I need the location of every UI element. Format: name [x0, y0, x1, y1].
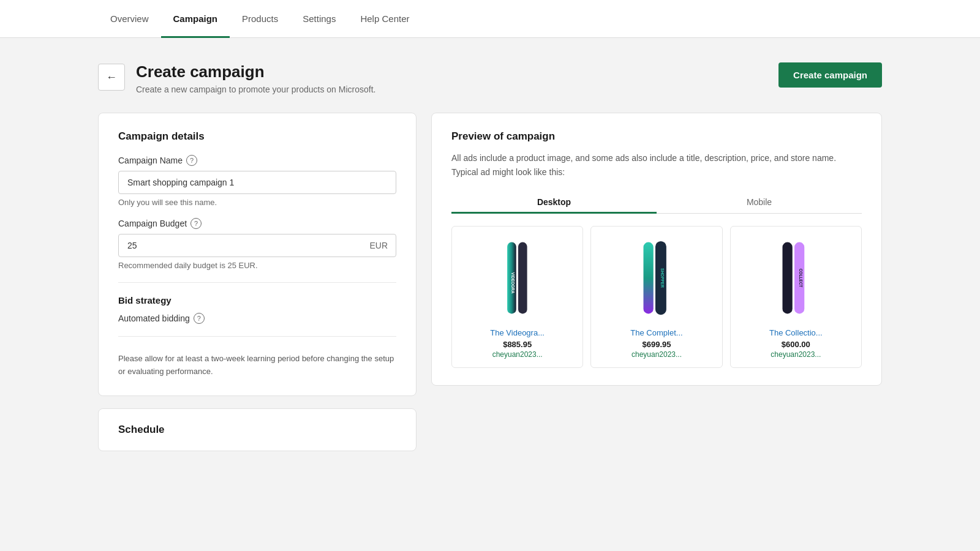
- learning-period-notice: Please allow for at least a two-week lea…: [118, 349, 396, 378]
- schedule-card: Schedule: [98, 408, 417, 451]
- campaign-budget-label: Campaign Budget ?: [118, 218, 396, 229]
- header-row: ← Create campaign Create a new campaign …: [98, 62, 882, 94]
- page-subtitle: Create a new campaign to promote your pr…: [136, 84, 375, 94]
- budget-hint: Recommended daily budget is 25 EUR.: [118, 261, 396, 270]
- bid-strategy-title: Bid strategy: [118, 295, 396, 305]
- left-column: Campaign details Campaign Name ? Only yo…: [98, 113, 417, 451]
- preview-tab-desktop[interactable]: Desktop: [451, 191, 657, 213]
- product-2-name: The Complet...: [630, 328, 682, 337]
- product-3-price: $600.00: [782, 340, 810, 349]
- nav-tab-campaign[interactable]: Campaign: [161, 0, 230, 38]
- product-1-image: VIDEOGRA: [461, 235, 574, 321]
- campaign-details-card: Campaign details Campaign Name ? Only yo…: [98, 113, 417, 396]
- svg-text:SHOPPER: SHOPPER: [660, 268, 664, 288]
- navigation: Overview Campaign Products Settings Help…: [0, 0, 980, 38]
- list-item: COLLECT The Collectio... $600.00 cheyuan…: [730, 226, 862, 368]
- main-layout: Campaign details Campaign Name ? Only yo…: [98, 113, 882, 451]
- nav-tab-products[interactable]: Products: [230, 0, 290, 38]
- product-2-price: $699.95: [642, 340, 671, 349]
- automated-bidding-label: Automated bidding ?: [118, 313, 396, 324]
- title-block: Create campaign Create a new campaign to…: [136, 62, 375, 94]
- preview-description: All ads include a product image, and som…: [451, 151, 862, 179]
- schedule-title: Schedule: [118, 424, 396, 436]
- svg-text:VIDEOGRA: VIDEOGRA: [511, 272, 516, 294]
- bid-strategy-section: Bid strategy Automated bidding ?: [118, 295, 396, 324]
- svg-text:COLLECT: COLLECT: [799, 269, 803, 288]
- preview-tabs: Desktop Mobile: [451, 191, 862, 214]
- campaign-budget-help-icon[interactable]: ?: [190, 218, 202, 229]
- svg-rect-6: [782, 242, 792, 313]
- create-campaign-button[interactable]: Create campaign: [778, 62, 882, 88]
- campaign-name-help-icon[interactable]: ?: [186, 155, 197, 166]
- product-1-price: $885.95: [503, 340, 532, 349]
- preview-title: Preview of campaign: [451, 130, 862, 143]
- page-content: ← Create campaign Create a new campaign …: [0, 38, 980, 476]
- campaign-details-title: Campaign details: [118, 130, 396, 143]
- right-column: Preview of campaign All ads include a pr…: [431, 113, 882, 386]
- budget-input-wrapper: EUR: [118, 234, 396, 257]
- campaign-budget-input[interactable]: [118, 234, 396, 257]
- page-title: Create campaign: [136, 62, 375, 81]
- nav-tab-settings[interactable]: Settings: [290, 0, 348, 38]
- preview-card: Preview of campaign All ads include a pr…: [431, 113, 882, 386]
- product-2-image: SHOPPER: [600, 235, 713, 321]
- card-divider-1: [118, 282, 396, 283]
- list-item: VIDEOGRA The Videogra... $885.95 cheyuan…: [451, 226, 583, 368]
- header-left: ← Create campaign Create a new campaign …: [98, 62, 375, 94]
- back-button[interactable]: ←: [98, 64, 125, 91]
- svg-rect-1: [518, 242, 527, 313]
- product-3-name: The Collectio...: [769, 328, 823, 337]
- product-grid: VIDEOGRA The Videogra... $885.95 cheyuan…: [451, 226, 862, 368]
- product-2-store: cheyuan2023...: [631, 350, 682, 359]
- campaign-name-input[interactable]: [118, 171, 396, 194]
- nav-tab-overview[interactable]: Overview: [98, 0, 161, 38]
- product-1-store: cheyuan2023...: [492, 350, 543, 359]
- campaign-name-label: Campaign Name ?: [118, 155, 396, 166]
- list-item: SHOPPER The Complet... $699.95 cheyuan20…: [590, 226, 722, 368]
- product-1-name: The Videogra...: [490, 328, 545, 337]
- campaign-name-hint: Only you will see this name.: [118, 198, 396, 207]
- nav-tab-help-center[interactable]: Help Center: [348, 0, 421, 38]
- campaign-name-group: Campaign Name ? Only you will see this n…: [118, 155, 396, 207]
- product-3-store: cheyuan2023...: [771, 350, 821, 359]
- bid-strategy-help-icon[interactable]: ?: [194, 313, 205, 324]
- product-3-image: COLLECT: [739, 235, 853, 321]
- preview-tab-mobile[interactable]: Mobile: [657, 191, 862, 213]
- card-divider-2: [118, 336, 396, 337]
- svg-rect-3: [643, 242, 653, 313]
- campaign-budget-group: Campaign Budget ? EUR Recommended daily …: [118, 218, 396, 270]
